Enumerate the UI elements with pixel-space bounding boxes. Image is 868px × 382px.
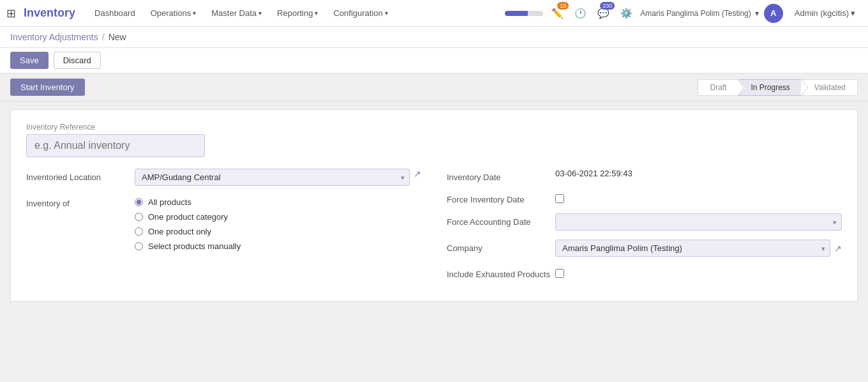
form-right: Inventory Date 03-06-2021 22:59:43 Force…: [447, 169, 842, 288]
admin-arrow-icon: ▾: [851, 8, 855, 18]
inventory-reference-label: Inventory Reference: [26, 123, 842, 132]
inventory-of-radios: All products One product category One pr…: [135, 195, 421, 251]
accounting-date-select-wrap: ▾: [555, 213, 842, 231]
topbar: Inventory Adjustments / New: [0, 27, 868, 48]
inventory-reference-group: Inventory Reference: [26, 123, 842, 157]
company-label: Company: [447, 240, 555, 253]
radio-all-products-input[interactable]: [135, 198, 143, 206]
grid-icon[interactable]: ⊞: [6, 6, 16, 20]
chat-icon-btn[interactable]: 💬 230: [594, 4, 612, 22]
admin-label[interactable]: Admin (kgcitis) ▾: [788, 4, 862, 22]
edit-icon-btn[interactable]: ✏️ 10: [548, 4, 566, 22]
force-accounting-date-value: ▾: [555, 213, 842, 231]
radio-one-product[interactable]: One product only: [135, 227, 421, 236]
force-accounting-date-row: Force Accounting Date ▾: [447, 213, 842, 231]
app-brand: Inventory: [24, 6, 75, 20]
radio-manually[interactable]: Select products manually: [135, 241, 421, 251]
location-external-link-icon[interactable]: ↗: [414, 169, 421, 179]
radio-group: All products One product category One pr…: [135, 195, 421, 251]
start-inventory-button[interactable]: Start Inventory: [10, 79, 85, 96]
location-select-wrap: AMP/Gudang Central ▾: [135, 169, 410, 186]
clock-icon-btn[interactable]: 🕐: [571, 4, 589, 22]
company-select-row: Amaris Panglima Polim (Testing) ▾ ↗: [555, 240, 842, 257]
statusbar: Start Inventory Draft In Progress Valida…: [0, 73, 868, 102]
nav-operations[interactable]: Operations ▾: [144, 4, 203, 22]
force-inventory-date-row: Force Inventory Date: [447, 191, 842, 204]
include-exhausted-container: [555, 266, 842, 278]
settings-icon-btn[interactable]: ⚙️: [617, 4, 635, 22]
breadcrumb-parent[interactable]: Inventory Adjustments: [10, 32, 98, 42]
discard-button[interactable]: Discard: [54, 52, 101, 69]
include-exhausted-checkbox-wrap: [555, 266, 842, 278]
inventory-date-row: Inventory Date 03-06-2021 22:59:43: [447, 169, 842, 182]
breadcrumb-current: New: [108, 32, 126, 42]
breadcrumb-separator: /: [102, 32, 105, 42]
master-data-arrow-icon: ▾: [258, 10, 262, 17]
force-inventory-date-checkbox[interactable]: [555, 194, 564, 203]
company-external-link-icon[interactable]: ↗: [834, 243, 842, 254]
status-steps: Draft In Progress Validated: [698, 79, 858, 96]
user-name: Amaris Panglima Polim (Testing): [640, 9, 751, 18]
inventory-of-label: Inventory of: [26, 195, 135, 208]
status-validated: Validated: [802, 79, 858, 96]
inventory-of-row: Inventory of All products One product ca…: [26, 195, 421, 251]
inventoried-location-value: AMP/Gudang Central ▾: [135, 169, 410, 186]
status-in-progress: In Progress: [738, 79, 802, 96]
progress-bar-fill: [505, 11, 528, 16]
radio-manually-input[interactable]: [135, 242, 143, 250]
inventory-date-label: Inventory Date: [447, 169, 555, 182]
radio-all-products[interactable]: All products: [135, 197, 421, 207]
progress-bar: [505, 11, 543, 16]
actionbar: Save Discard: [0, 48, 868, 73]
main-content: Inventory Reference Inventoried Location…: [0, 102, 868, 309]
inventory-date-text: 03-06-2021 22:59:43: [555, 165, 632, 178]
nav-dashboard[interactable]: Dashboard: [88, 4, 142, 22]
inventory-date-value: 03-06-2021 22:59:43: [555, 169, 842, 178]
navbar: ⊞ Inventory Dashboard Operations ▾ Maste…: [0, 0, 868, 27]
save-button[interactable]: Save: [10, 52, 49, 69]
edit-badge: 10: [557, 2, 569, 10]
force-inventory-date-label: Force Inventory Date: [447, 191, 555, 204]
nav-reporting[interactable]: Reporting ▾: [271, 4, 324, 22]
include-exhausted-checkbox[interactable]: [555, 269, 564, 278]
location-select[interactable]: AMP/Gudang Central: [135, 169, 410, 186]
navbar-right: ✏️ 10 🕐 💬 230 ⚙️ Amaris Panglima Polim (…: [505, 4, 862, 23]
radio-one-category-input[interactable]: [135, 213, 143, 221]
status-draft: Draft: [698, 79, 738, 96]
company-select-wrap: Amaris Panglima Polim (Testing) ▾: [555, 240, 830, 257]
force-inventory-date-checkbox-wrap: [555, 191, 842, 203]
configuration-arrow-icon: ▾: [385, 10, 388, 17]
company-select[interactable]: Amaris Panglima Polim (Testing): [555, 240, 830, 257]
form-card: Inventory Reference Inventoried Location…: [10, 109, 858, 302]
operations-arrow-icon: ▾: [193, 10, 196, 17]
force-accounting-date-label: Force Accounting Date: [447, 213, 555, 227]
form-grid: Inventoried Location AMP/Gudang Central …: [26, 169, 842, 288]
company-value: Amaris Panglima Polim (Testing) ▾ ↗: [555, 240, 842, 257]
nav-master-data[interactable]: Master Data ▾: [205, 4, 268, 22]
radio-one-category[interactable]: One product category: [135, 212, 421, 222]
inventoried-location-row: Inventoried Location AMP/Gudang Central …: [26, 169, 421, 186]
user-arrow-icon: ▾: [755, 9, 759, 18]
include-exhausted-row: Include Exhausted Products: [447, 266, 842, 279]
force-inventory-checkbox-container: [555, 191, 842, 203]
accounting-date-select[interactable]: [555, 213, 842, 231]
chat-badge: 230: [600, 2, 615, 10]
inventoried-location-label: Inventoried Location: [26, 169, 135, 182]
inventory-reference-input[interactable]: [26, 134, 205, 157]
nav-configuration[interactable]: Configuration ▾: [327, 4, 394, 22]
form-left: Inventoried Location AMP/Gudang Central …: [26, 169, 421, 288]
reporting-arrow-icon: ▾: [315, 10, 318, 17]
company-row: Company Amaris Panglima Polim (Testing) …: [447, 240, 842, 257]
user-info[interactable]: Amaris Panglima Polim (Testing) ▾: [640, 9, 758, 18]
avatar[interactable]: A: [764, 4, 783, 23]
include-exhausted-label: Include Exhausted Products: [447, 266, 555, 279]
radio-one-product-input[interactable]: [135, 227, 143, 236]
